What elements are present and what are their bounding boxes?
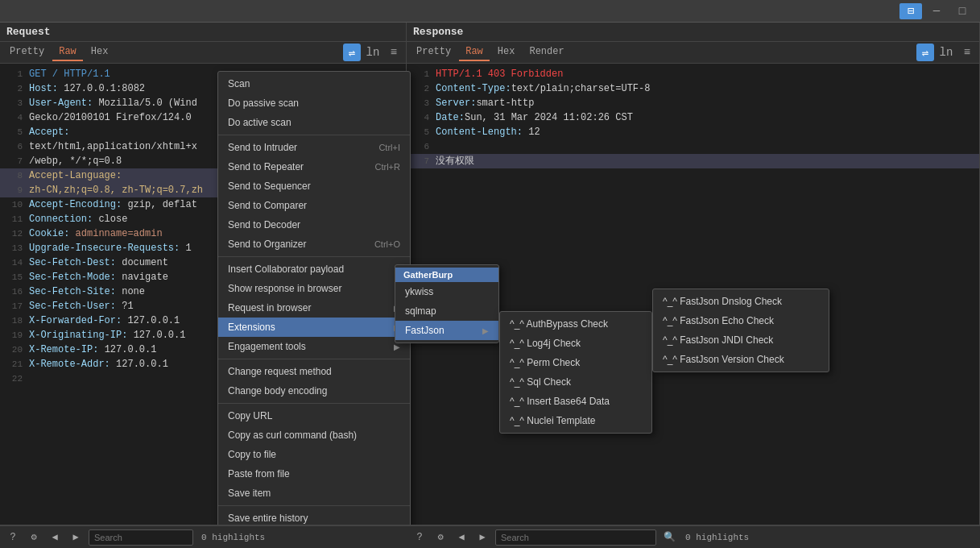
menu-item-send-comparer[interactable]: Send to Comparer <box>218 196 410 215</box>
word-wrap-icon[interactable]: ⇌ <box>343 44 361 61</box>
menu-item-collaborator[interactable]: Insert Collaborator payload <box>218 259 410 279</box>
submenu-fastjson: ^_^ AuthBypass Check ^_^ Log4j Check ^_^… <box>499 311 652 434</box>
response-panel-title: Response <box>407 23 979 42</box>
settings-icon[interactable]: ⚙ <box>432 529 449 546</box>
menu-item-scan[interactable]: Scan <box>218 74 410 93</box>
response-tabs-bar: Pretty Raw Hex Render ⇌ ln ≡ <box>407 42 979 64</box>
request-bottom-bar: ? ⚙ ◀ ▶ 0 highlights <box>0 525 407 548</box>
gatherbur-label: GatherBurp <box>395 268 498 282</box>
menu-item-send-organizer[interactable]: Send to OrganizerCtrl+O <box>218 235 410 254</box>
submenu-gatherbur: GatherBurp ykwiss sqlmap FastJson▶ <box>395 264 499 343</box>
ln-icon[interactable]: ln <box>364 44 382 61</box>
menu-item-copy-to-file[interactable]: Copy to file <box>218 445 410 464</box>
submenu-fastjson-checks: ^_^ FastJson Dnslog Check ^_^ FastJson E… <box>652 289 829 372</box>
ln-icon[interactable]: ln <box>937 44 955 61</box>
menu-sep <box>218 505 410 506</box>
menu-item-extensions[interactable]: Extensions▶ <box>218 318 410 337</box>
gatherbur-fastjson[interactable]: FastJson▶ <box>395 321 498 340</box>
back-icon[interactable]: ◀ <box>47 529 63 546</box>
code-line: 5Content-Length: 12 <box>407 125 979 139</box>
menu-item-copy-curl[interactable]: Copy as curl command (bash) <box>218 426 410 445</box>
request-tab-icons: ⇌ ln ≡ <box>343 44 403 61</box>
fastjson-log4j[interactable]: ^_^ Log4j Check <box>500 334 651 353</box>
tab-hex[interactable]: Hex <box>85 44 115 61</box>
fastjson-echo[interactable]: ^_^ FastJson Echo Check <box>653 311 829 330</box>
code-line: 1HTTP/1.1 403 Forbidden <box>407 67 979 81</box>
forward-icon[interactable]: ▶ <box>68 529 84 546</box>
window-chrome: ⊟ ─ □ <box>0 0 980 23</box>
menu-item-paste-from-file[interactable]: Paste from file <box>218 464 410 484</box>
fastjson-insert-base64[interactable]: ^_^ Insert Base64 Data <box>500 392 651 411</box>
menu-item-copy-url[interactable]: Copy URL <box>218 406 410 426</box>
fastjson-dnslog[interactable]: ^_^ FastJson Dnslog Check <box>653 292 829 311</box>
code-line: 4Date:Sun, 31 Mar 2024 11:02:26 CST <box>407 110 979 125</box>
menu-item-send-sequencer[interactable]: Send to Sequencer <box>218 176 410 196</box>
menu-item-engagement-tools[interactable]: Engagement tools▶ <box>218 337 410 356</box>
code-line: 3Server:smart-http <box>407 96 979 110</box>
menu-item-passive-scan[interactable]: Do passive scan <box>218 93 410 113</box>
tab-hex[interactable]: Hex <box>491 44 522 61</box>
menu-item-active-scan[interactable]: Do active scan <box>218 113 410 132</box>
menu-item-change-method[interactable]: Change request method <box>218 362 410 381</box>
help-icon[interactable]: ? <box>411 529 428 546</box>
menu-item-send-intruder[interactable]: Send to IntruderCtrl+I <box>218 138 410 157</box>
main-area: Request Pretty Raw Hex ⇌ ln ≡ 1GET / HTT… <box>0 23 980 525</box>
chrome-layout-btn[interactable]: ⊟ <box>899 3 922 19</box>
tab-pretty[interactable]: Pretty <box>410 44 457 61</box>
forward-icon[interactable]: ▶ <box>474 529 490 546</box>
menu-sep <box>218 359 410 359</box>
chrome-maximize-btn[interactable]: □ <box>951 3 974 19</box>
menu-item-save-item[interactable]: Save item <box>218 484 410 503</box>
menu-sep <box>218 135 410 135</box>
chrome-minimize-btn[interactable]: ─ <box>925 3 948 19</box>
fastjson-nuclei[interactable]: ^_^ Nuclei Template <box>500 411 651 430</box>
bottom-bars: ? ⚙ ◀ ▶ 0 highlights ? ⚙ ◀ ▶ 🔍 0 highlig… <box>0 525 980 548</box>
fastjson-perm[interactable]: ^_^ Perm Check <box>500 353 651 372</box>
response-highlights: 0 highlights <box>682 533 752 542</box>
tab-raw[interactable]: Raw <box>52 44 83 61</box>
menu-item-show-response-browser[interactable]: Show response in browser <box>218 279 410 298</box>
code-line: 7没有权限 <box>407 154 979 168</box>
menu-item-save-history[interactable]: Save entire history <box>218 509 410 525</box>
fastjson-version[interactable]: ^_^ FastJson Version Check <box>653 350 829 369</box>
fastjson-authbypass[interactable]: ^_^ AuthBypass Check <box>500 314 651 334</box>
search-btn[interactable]: 🔍 <box>661 529 677 546</box>
menu-item-request-browser[interactable]: Request in browser▶ <box>218 298 410 318</box>
response-tab-icons: ⇌ ln ≡ <box>916 44 976 61</box>
code-line: 2Content-Type:text/plain;charset=UTF-8 <box>407 81 979 96</box>
word-wrap-icon[interactable]: ⇌ <box>916 44 934 61</box>
help-icon[interactable]: ? <box>5 529 21 546</box>
tab-raw[interactable]: Raw <box>459 44 490 61</box>
tab-render[interactable]: Render <box>523 44 570 61</box>
settings-icon[interactable]: ⚙ <box>26 529 42 546</box>
back-icon[interactable]: ◀ <box>453 529 469 546</box>
request-panel-title: Request <box>0 23 406 42</box>
context-menu: Scan Do passive scan Do active scan Send… <box>217 71 411 525</box>
more-icon[interactable]: ≡ <box>958 44 976 61</box>
code-line: 6 <box>407 139 979 154</box>
fastjson-sql[interactable]: ^_^ Sql Check <box>500 372 651 392</box>
menu-sep <box>218 403 410 404</box>
request-tabs-bar: Pretty Raw Hex ⇌ ln ≡ <box>0 42 406 64</box>
fastjson-jndi[interactable]: ^_^ FastJson JNDI Check <box>653 330 829 350</box>
menu-item-send-decoder[interactable]: Send to Decoder <box>218 215 410 235</box>
gatherbur-sqlmap[interactable]: sqlmap <box>395 301 498 321</box>
response-bottom-bar: ? ⚙ ◀ ▶ 🔍 0 highlights <box>407 525 980 548</box>
more-icon[interactable]: ≡ <box>385 44 403 61</box>
response-search-input[interactable] <box>495 529 656 546</box>
request-search-input[interactable] <box>89 529 193 546</box>
request-highlights: 0 highlights <box>198 533 268 542</box>
gatherbur-ykwiss[interactable]: ykwiss <box>395 282 498 301</box>
menu-item-change-encoding[interactable]: Change body encoding <box>218 381 410 401</box>
request-panel: Request Pretty Raw Hex ⇌ ln ≡ 1GET / HTT… <box>0 23 407 525</box>
menu-item-send-repeater[interactable]: Send to RepeaterCtrl+R <box>218 157 410 176</box>
menu-sep <box>218 256 410 257</box>
tab-pretty[interactable]: Pretty <box>3 44 51 61</box>
